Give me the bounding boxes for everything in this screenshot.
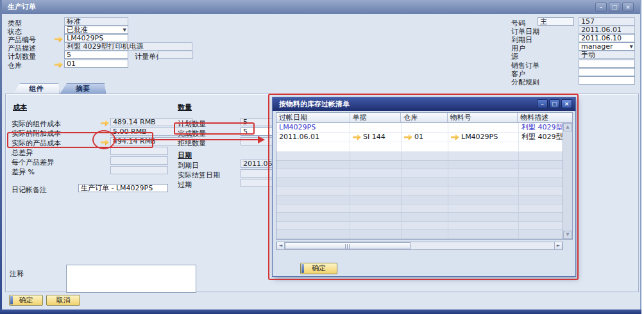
- customer-field[interactable]: [579, 68, 635, 76]
- number-value-field: 157: [579, 17, 635, 26]
- completed-quantity-label: 完成数量: [178, 129, 206, 138]
- cell: [448, 123, 519, 133]
- cell: [402, 169, 448, 178]
- scroll-left-icon[interactable]: ◄: [276, 242, 285, 249]
- minimize-icon[interactable]: –: [537, 99, 548, 108]
- close-icon[interactable]: ×: [622, 3, 634, 12]
- table-header-row: 过帐日期 单据 仓库 物料号 物料描述: [276, 113, 572, 123]
- status-dropdown[interactable]: 已批准 ▼: [64, 26, 128, 34]
- posting-date-cell: 2011.06.01: [276, 133, 350, 142]
- total-variance-label: 总差异: [12, 148, 33, 158]
- cell: [350, 222, 402, 231]
- link-arrow-icon[interactable]: [353, 134, 361, 140]
- type-field: 标准: [64, 17, 128, 26]
- ok-button[interactable]: 确定: [9, 295, 43, 306]
- dialog-titlebar: 按物料的库存过帐清单 – □ ×: [273, 97, 575, 111]
- cell: [350, 213, 402, 222]
- warehouse-cell: 01: [402, 133, 448, 142]
- table-row: [276, 195, 572, 204]
- sales-order-field[interactable]: [579, 60, 635, 68]
- item-group-link[interactable]: LM4029PS: [279, 123, 316, 132]
- column-header[interactable]: 物料描述: [518, 113, 572, 123]
- popup-empty-rows: [276, 152, 572, 239]
- tab-components[interactable]: 组件: [13, 83, 60, 94]
- column-header[interactable]: 过帐日期: [276, 113, 350, 123]
- column-header[interactable]: 仓库: [401, 113, 448, 123]
- table-row: [276, 169, 572, 178]
- warehouse-field[interactable]: 01: [64, 60, 128, 68]
- cell: [448, 161, 519, 170]
- link-arrow-icon[interactable]: [404, 134, 412, 140]
- item-desc-link: 利盟 4029型打印机电源: [521, 123, 564, 132]
- number-series-field[interactable]: 主: [538, 17, 574, 26]
- planned-qty-label: 计划数量: [8, 52, 36, 62]
- variance-per-product-label: 每个产品差异: [12, 158, 54, 167]
- cell: [350, 230, 402, 239]
- tab-summary[interactable]: 摘要: [60, 83, 106, 94]
- table-row[interactable]: [276, 142, 572, 152]
- actual-component-cost-label: 实际的组件成本: [12, 119, 61, 129]
- remarks-textarea[interactable]: [66, 265, 196, 293]
- cell: [350, 186, 402, 195]
- journal-remark-field[interactable]: 生产订单 - LM4029PS: [78, 184, 168, 192]
- user-dropdown[interactable]: manager ▼: [579, 42, 635, 51]
- cell: [402, 152, 448, 161]
- minimize-icon[interactable]: –: [595, 3, 607, 12]
- maximize-icon[interactable]: □: [549, 99, 560, 108]
- product-no-field[interactable]: LM4029PS: [64, 34, 128, 42]
- cell: [448, 186, 519, 195]
- restore-icon[interactable]: □: [609, 3, 620, 12]
- distribution-rule-field[interactable]: [579, 76, 635, 85]
- cell: [350, 204, 402, 213]
- dialog-ok-button[interactable]: 确定: [300, 263, 337, 274]
- scrollbar-thumb[interactable]: [285, 242, 411, 249]
- cell: [276, 169, 350, 178]
- cell: [276, 152, 350, 161]
- chevron-down-icon[interactable]: ▼: [630, 44, 633, 50]
- link-arrow-icon[interactable]: [451, 134, 459, 140]
- close-icon[interactable]: ×: [561, 99, 572, 108]
- due-date2-label: 到期日: [178, 161, 199, 170]
- cell: [448, 152, 519, 161]
- cell: [448, 230, 519, 239]
- cell: [519, 161, 564, 170]
- order-date-field: 2011.06.01: [579, 26, 635, 34]
- planned-qty-field[interactable]: 5: [64, 51, 128, 59]
- cell: [276, 186, 350, 195]
- variance-percent-field: [110, 166, 168, 174]
- chevron-down-icon[interactable]: ▼: [123, 28, 126, 33]
- cell: [402, 230, 448, 239]
- scroll-up-icon[interactable]: ▲: [563, 123, 572, 131]
- distribution-rule-label: 分配规则: [511, 78, 539, 87]
- cell: [519, 178, 564, 187]
- cell: [276, 230, 350, 239]
- window-border: [0, 310, 641, 314]
- column-header[interactable]: 单据: [350, 113, 402, 123]
- warehouse-label: 仓库: [8, 61, 22, 70]
- table-row[interactable]: LM4029PS 利盟 4029型打印机电源: [276, 123, 572, 133]
- cell: [402, 161, 448, 170]
- cell: [350, 195, 402, 204]
- cell: [448, 222, 519, 231]
- cell: [276, 178, 350, 187]
- cell: [402, 204, 448, 213]
- vertical-scrollbar[interactable]: ▲ ▼: [563, 123, 572, 239]
- horizontal-scrollbar[interactable]: ◄ ►: [276, 242, 563, 250]
- scroll-right-icon[interactable]: ►: [554, 242, 563, 249]
- item-no-value: LM4029PS: [461, 133, 498, 142]
- cell: [402, 195, 448, 204]
- cancel-button[interactable]: 取消: [46, 295, 80, 306]
- cell: [276, 213, 350, 222]
- scroll-down-icon[interactable]: ▼: [563, 231, 572, 239]
- column-header[interactable]: 物料号: [448, 113, 518, 123]
- cell: [519, 169, 564, 178]
- cell: [350, 169, 402, 178]
- table-row[interactable]: 2011.06.01 SI 144 01 LM4029PS 利盟 4029型打印…: [276, 133, 572, 142]
- quantity-section-title: 数量: [178, 103, 192, 112]
- completed-quantity-field[interactable]: 5: [241, 128, 273, 136]
- cell: [402, 178, 448, 187]
- user-value: manager: [581, 42, 613, 51]
- cell: [276, 222, 350, 231]
- document-cell: SI 144: [350, 133, 402, 142]
- due-date-field[interactable]: 2011.06.10: [579, 34, 635, 42]
